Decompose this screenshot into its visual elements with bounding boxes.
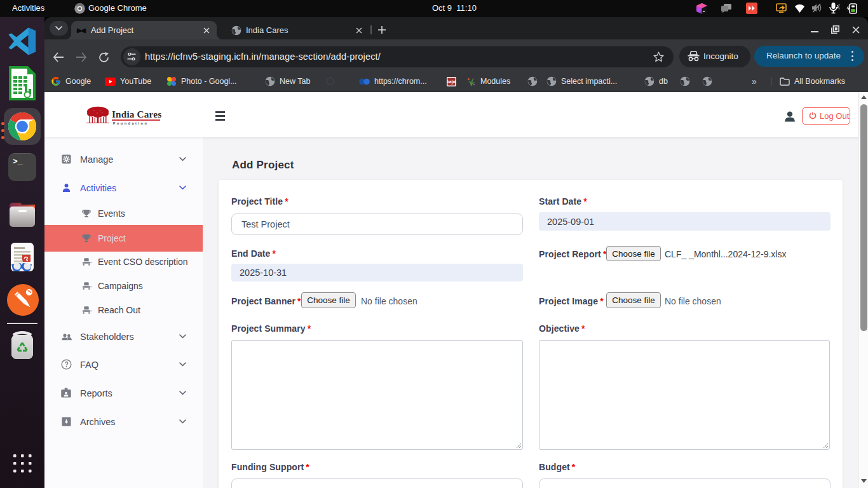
svg-text:bajaj: bajaj [447, 79, 456, 85]
svg-text:Foundation: Foundation [113, 121, 148, 125]
svg-text:India Cares: India Cares [112, 109, 161, 119]
